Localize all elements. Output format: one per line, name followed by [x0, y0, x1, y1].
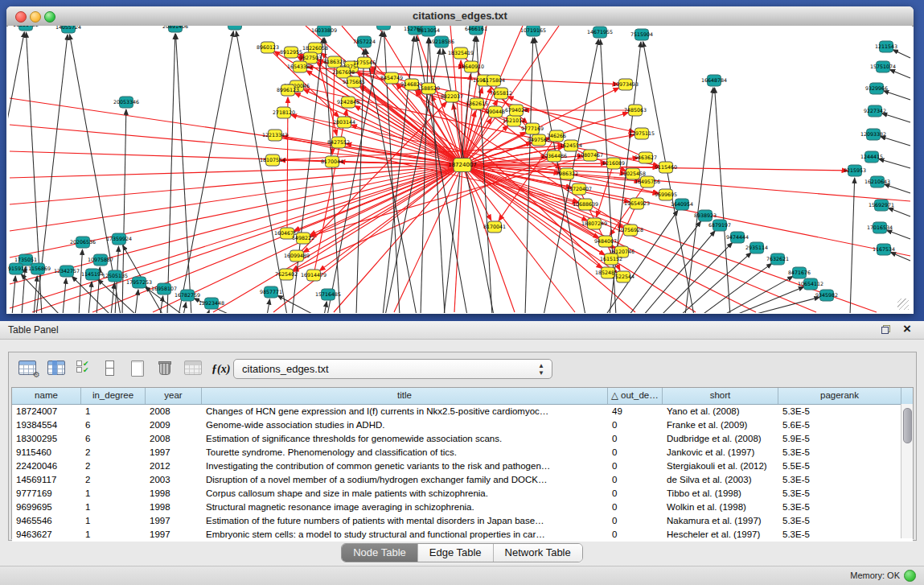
- table-cell: 5.3E-5: [778, 501, 901, 514]
- table-cell: 1: [81, 501, 146, 514]
- function-builder-button[interactable]: ƒ(x): [211, 363, 230, 376]
- table-tabs-row: Node TableEdge TableNetwork Table: [0, 543, 924, 562]
- node-label: 7632621: [766, 256, 789, 262]
- node-label: 9484067: [594, 238, 617, 244]
- tab-edge-table[interactable]: Edge Table: [418, 544, 494, 562]
- table-cell: 0: [608, 432, 663, 446]
- node-label: 6466161: [465, 26, 487, 31]
- table-cell: 1: [81, 528, 146, 542]
- table-cell: Tibbo et al. (1998): [663, 487, 778, 501]
- node-label: 9345982: [815, 292, 838, 298]
- node-label: 17016534: [867, 225, 893, 230]
- node-label: 1244415: [860, 154, 883, 159]
- table-cell: 49: [608, 405, 663, 418]
- table-cell: 1998: [146, 501, 202, 514]
- table-cell: Franke et al. (2009): [663, 418, 778, 432]
- table-body: 1872400712008Changes of HCN gene express…: [12, 405, 913, 542]
- column-header[interactable]: short: [663, 388, 778, 404]
- table-cell: 18300295: [12, 432, 81, 446]
- column-header[interactable]: name: [12, 388, 81, 404]
- column-header[interactable]: pagerank: [778, 388, 901, 404]
- close-panel-icon[interactable]: ×: [903, 321, 911, 337]
- table-panel: Table Panel × ⚙ ✔ ✔ ƒ(x): [0, 321, 924, 585]
- node-label: 14671955: [587, 29, 613, 35]
- node-label: 1624554: [560, 142, 582, 148]
- node-label: 1588520: [417, 85, 440, 91]
- stepper-arrows-icon: ▲▼: [538, 362, 544, 377]
- table-cell: 14569117: [12, 473, 81, 487]
- node-label: 7515904: [630, 31, 653, 37]
- node-label: 1275546: [353, 60, 376, 65]
- node-label: 1211543: [875, 43, 897, 49]
- table-row[interactable]: 1938455462009Genome-wide association stu…: [12, 418, 913, 432]
- table-row[interactable]: 2242004622012Investigating the contribut…: [12, 459, 913, 473]
- table-row[interactable]: 1872400712008Changes of HCN gene express…: [12, 405, 913, 418]
- node-label: 20053346: [113, 99, 139, 105]
- network-svg: 1872400789601238912955182260589827503818…: [8, 26, 912, 313]
- tab-node-table[interactable]: Node Table: [342, 544, 418, 562]
- table-cell: Genome-wide association studies in ADHD.: [202, 418, 608, 432]
- window-resize-grip[interactable]: [897, 299, 909, 310]
- vertical-scrollbar[interactable]: [901, 404, 913, 538]
- show-column-button[interactable]: [47, 360, 65, 375]
- network-canvas[interactable]: 1872400789601238912955182260589827503818…: [8, 26, 912, 313]
- node-label: 1521012: [503, 117, 525, 123]
- node-label: 10654112: [798, 281, 823, 286]
- table-cell: 6: [81, 432, 146, 446]
- table-cell: Tourette syndrome. Phenomenology and cla…: [202, 446, 608, 459]
- node-label: 10653287: [371, 26, 396, 27]
- node-label: 20206536: [70, 239, 96, 245]
- node-label: 1735051: [14, 257, 37, 262]
- scrollbar-thumb[interactable]: [903, 408, 912, 443]
- float-panel-icon[interactable]: [881, 325, 890, 334]
- table-cell: 5.9E-5: [778, 432, 901, 446]
- table-header-row: namein_degreeyeartitle△ out_de…shortpage…: [12, 388, 913, 405]
- window-titlebar[interactable]: citations_edges.txt: [6, 6, 914, 27]
- node-label: 8471676: [788, 270, 811, 275]
- node-label: 12342757: [54, 268, 80, 274]
- table-row[interactable]: 946362711997Embryonic stem cells: a mode…: [12, 528, 913, 542]
- window-title: citations_edges.txt: [6, 10, 914, 22]
- column-header[interactable]: △ out_de…: [608, 388, 663, 404]
- table-cell: 5.3E-5: [778, 473, 901, 487]
- table-cell: Embryonic stem cells: a model to study s…: [202, 528, 608, 542]
- node-label: 18724007: [448, 162, 477, 168]
- import-table-button[interactable]: [184, 360, 202, 375]
- column-header[interactable]: year: [146, 388, 202, 404]
- table-cell: de Silva et al. (2003): [663, 473, 778, 487]
- node-label: 15692971: [869, 202, 894, 208]
- table-row[interactable]: 1830029562008Estimation of significance …: [12, 432, 913, 446]
- tab-network-table[interactable]: Network Table: [494, 544, 582, 562]
- delete-table-button[interactable]: [158, 360, 170, 373]
- table-cell: 5.3E-5: [778, 487, 901, 501]
- table-cell: 1: [81, 514, 146, 528]
- table-row[interactable]: 969969511998Structural magnetic resonanc…: [12, 501, 913, 514]
- import-table-icon: [184, 360, 202, 375]
- node-label: 8215953: [844, 167, 866, 173]
- node-label: 7857224: [353, 39, 376, 44]
- node-label: 8960123: [257, 44, 279, 50]
- table-row[interactable]: 977716911998Corpus callosum shape and si…: [12, 487, 913, 501]
- merge-cells-button[interactable]: [105, 360, 114, 376]
- column-header[interactable]: title: [202, 388, 608, 404]
- column-header[interactable]: in_degree: [81, 388, 146, 404]
- table-mode-button[interactable]: ⚙: [18, 360, 36, 375]
- table-cell: 9115460: [12, 446, 81, 459]
- node-label: 6879197: [708, 222, 731, 228]
- node-label: 12975115: [629, 130, 655, 136]
- node-label: 20364486: [541, 153, 567, 159]
- table-selector-dropdown[interactable]: citations_edges.txt ▲▼: [233, 359, 552, 379]
- node-label: 10973493: [613, 81, 639, 87]
- table-cell: 0: [608, 501, 663, 514]
- table-cell: 2003: [146, 473, 202, 487]
- table-container: ⚙ ✔ ✔ ƒ(x) citations_edges.txt ▲▼: [8, 352, 917, 541]
- table-row[interactable]: 946554611997Estimation of the future num…: [12, 514, 913, 528]
- table-row[interactable]: 1456911722003Disruption of a novel membe…: [12, 473, 913, 487]
- table-row[interactable]: 911546021997Tourette syndrome. Phenomeno…: [12, 446, 913, 459]
- node-label: 7485063: [624, 107, 647, 113]
- node-label: 746266: [547, 133, 566, 138]
- select-rows-button[interactable]: ✔ ✔: [76, 360, 92, 375]
- new-document-button[interactable]: [131, 360, 144, 377]
- node-label: 2367608: [332, 69, 355, 75]
- node-label: 1175804: [483, 77, 505, 83]
